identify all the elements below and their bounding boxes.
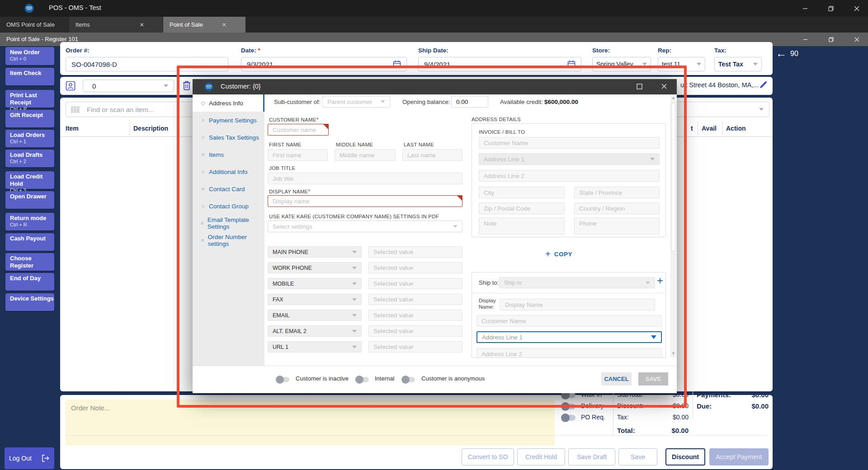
logout-button[interactable]: Log Out	[5, 447, 54, 469]
invoice-address1-select[interactable]: Address Line 1	[479, 153, 660, 165]
modal-nav-additional-info[interactable]: ○Additional Info	[193, 163, 264, 180]
contact-value-input[interactable]: Selected value	[368, 325, 462, 337]
order-number-input[interactable]: SO-0047098-D	[66, 57, 228, 71]
add-ship-to-icon[interactable]: +	[657, 274, 663, 287]
contact-type-select-mobile[interactable]: MOBILE	[268, 278, 362, 289]
tab-oms-point-of-sale[interactable]: OMS Point of Sale	[0, 17, 69, 33]
modal-close-icon[interactable]	[661, 83, 667, 89]
register-restore-button[interactable]	[821, 33, 841, 46]
sidebar-button-choose-register[interactable]: Choose Register	[5, 253, 54, 271]
modal-nav-contact-card[interactable]: =Contact Card	[193, 180, 264, 197]
contact-value-input[interactable]: Selected value	[368, 262, 462, 273]
contact-type-select-fax[interactable]: FAX	[268, 294, 362, 305]
ship-address1-select-focused[interactable]: Address Line 1	[476, 331, 662, 343]
maximize-button[interactable]	[821, 0, 841, 17]
last-name-input[interactable]: Last name	[402, 149, 462, 161]
modal-nav-address-info[interactable]: ◇Address Info	[193, 94, 264, 112]
sidebar-button-cash-payout[interactable]: Cash Payout	[5, 233, 54, 251]
modal-scrollbar-track[interactable]: ▲ ▼	[670, 96, 676, 357]
convert-to-so-button[interactable]: Convert to SO	[462, 448, 514, 465]
cancel-button[interactable]: CANCEL	[601, 372, 632, 385]
contact-value-input[interactable]: Selected value	[368, 310, 462, 321]
back-arrow-icon[interactable]: ←	[776, 47, 787, 60]
modal-nav-payment-settings[interactable]: ○Payment Settings	[193, 112, 264, 129]
discount-button[interactable]: Discount	[665, 448, 705, 465]
sidebar-button-open-drawer[interactable]: Open Drawer	[5, 191, 54, 209]
sidebar-button-print-last-receipt[interactable]: Print Last ReceiptCtrl + P	[5, 90, 54, 108]
contact-type-select-main-phone[interactable]: MAIN PHONE	[268, 246, 362, 258]
save-button-disabled[interactable]: SAVE	[638, 372, 668, 385]
ship-to-dropdown[interactable]: Ship to	[499, 277, 655, 288]
invoice-city-input[interactable]: City	[479, 187, 565, 198]
modal-maximize-icon[interactable]	[637, 84, 642, 89]
calendar-icon[interactable]	[393, 60, 401, 68]
contact-value-input[interactable]: Selected value	[368, 294, 462, 305]
rep-select[interactable]: test 11	[658, 57, 705, 71]
edit-pencil-icon[interactable]	[759, 80, 768, 89]
invoice-note-input[interactable]: Note	[479, 217, 565, 235]
sidebar-button-load-credit-hold[interactable]: Load Credit HoldCtrl + 3	[5, 171, 54, 189]
internal-toggle[interactable]	[356, 377, 369, 382]
job-title-input[interactable]: Job title	[268, 173, 462, 184]
date-input[interactable]: 9/3/2021	[241, 57, 407, 71]
po-req-toggle[interactable]	[562, 415, 576, 421]
invoice-country-input[interactable]: Country / Region	[574, 202, 660, 214]
minimize-button[interactable]	[795, 0, 816, 17]
middle-name-input[interactable]: Middle name	[335, 149, 396, 161]
invoice-phone-input[interactable]: Phone	[574, 217, 660, 235]
invoice-customer-name-input[interactable]: Customer Name	[479, 137, 660, 149]
store-select[interactable]: Spring Valley	[592, 57, 651, 71]
modal-nav-sales-tax-settings[interactable]: ○Sales Tax Settings	[193, 129, 264, 146]
modal-scrollbar-thumb[interactable]	[671, 103, 676, 252]
tab-point-of-sale-active[interactable]: Point of Sale ✕	[163, 17, 245, 33]
tax-select[interactable]: Test Tax	[714, 57, 762, 71]
contact-value-input[interactable]: Selected value	[368, 341, 462, 352]
contact-type-select-url[interactable]: URL 1	[268, 341, 362, 352]
contact-type-select-email[interactable]: EMAIL	[268, 310, 362, 321]
order-note-textarea[interactable]: Order Note...	[66, 400, 555, 446]
customer-inactive-toggle[interactable]	[277, 377, 289, 382]
register-close-button[interactable]	[846, 33, 867, 46]
sidebar-button-gift-receipt[interactable]: Gift Receipt	[5, 110, 54, 127]
invoice-address2-input[interactable]: Address Line 2	[479, 170, 660, 182]
modal-nav-email-template-settings[interactable]: =Email Template Settings	[193, 215, 264, 232]
sidebar-button-device-settings[interactable]: Device Settings	[5, 293, 54, 311]
sidebar-button-item-check[interactable]: Item Check	[5, 68, 54, 85]
credit-hold-button[interactable]: Credit Hold	[517, 448, 565, 465]
save-order-button[interactable]: Save	[618, 448, 657, 465]
ship-date-input[interactable]: 9/4/2021	[418, 57, 581, 71]
copy-address-button[interactable]: + COPY	[545, 250, 572, 258]
tab-items[interactable]: Items ✕	[69, 17, 163, 33]
contact-value-input[interactable]: Selected value	[368, 246, 462, 258]
contact-value-input[interactable]: Selected value	[368, 278, 462, 289]
modal-nav-order-number-settings[interactable]: =Order Number settings	[193, 232, 264, 249]
ship-display-name-input[interactable]: Display Name	[500, 299, 655, 310]
scroll-up-icon[interactable]: ▲	[671, 95, 675, 100]
first-name-input[interactable]: First name	[268, 149, 328, 161]
calendar-icon[interactable]	[567, 60, 576, 68]
sidebar-button-return-mode[interactable]: Return modeCtrl + R	[5, 213, 54, 230]
customer-anonymous-toggle[interactable]	[402, 377, 415, 382]
close-button[interactable]	[846, 0, 867, 17]
sidebar-button-new-order[interactable]: New OrderCtrl + 0	[5, 47, 54, 65]
pdf-settings-select[interactable]: Select settings	[268, 221, 462, 232]
modal-nav-contact-group[interactable]: ○Contact Group	[193, 197, 264, 215]
sidebar-button-end-of-day[interactable]: End of Day	[5, 273, 54, 291]
customer-name-input[interactable]: Customer name	[268, 124, 329, 136]
ship-customer-name-input[interactable]: Customer Name	[476, 315, 662, 327]
customer-card-icon[interactable]	[66, 81, 75, 91]
scroll-down-icon[interactable]: ▼	[671, 351, 675, 356]
contact-type-select-work-phone[interactable]: WORK PHONE	[268, 262, 362, 273]
display-name-input[interactable]: Display name	[268, 195, 462, 207]
opening-balance-input[interactable]: 0.00	[451, 96, 488, 108]
ship-address2-input[interactable]: Address Line 2	[476, 348, 662, 358]
sub-customer-dropdown[interactable]: Parent customer	[322, 96, 390, 108]
modal-nav-items[interactable]: =Items	[193, 146, 264, 163]
trash-icon[interactable]	[182, 80, 191, 91]
sidebar-button-load-drafts[interactable]: Load DraftsCtrl + 2	[5, 150, 54, 167]
save-draft-button[interactable]: Save Draft	[568, 448, 615, 465]
invoice-zip-input[interactable]: Zip / Postal Code	[479, 202, 565, 214]
quantity-dropdown[interactable]: 0	[83, 80, 174, 92]
invoice-state-input[interactable]: State / Province	[574, 187, 660, 198]
sidebar-button-load-orders[interactable]: Load OrdersCtrl + 1	[5, 130, 54, 147]
